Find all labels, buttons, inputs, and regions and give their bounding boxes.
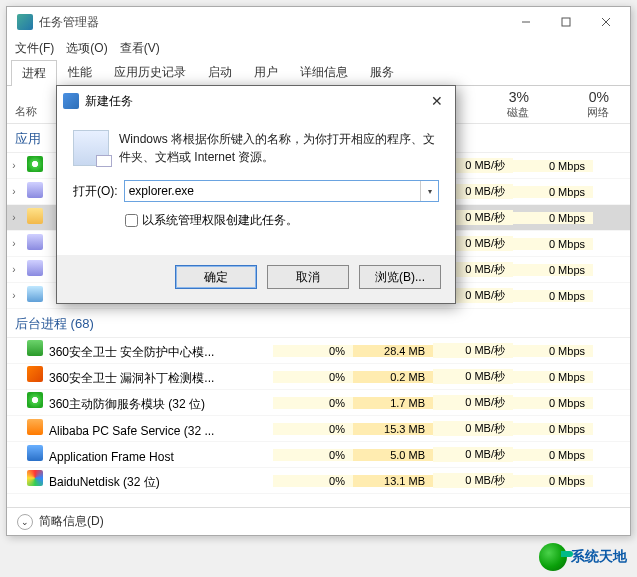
cancel-button[interactable]: 取消 — [267, 265, 349, 289]
process-name: Alibaba PC Safe Service (32 ... — [21, 419, 273, 438]
expand-icon[interactable]: › — [7, 186, 21, 197]
process-name: 360安全卫士 安全防护中心模... — [21, 340, 273, 361]
menu-options[interactable]: 选项(O) — [66, 40, 107, 57]
cell-cpu: 0% — [273, 475, 353, 487]
cell-disk: 0 MB/秒 — [433, 343, 513, 358]
process-icon — [27, 260, 43, 276]
ok-button[interactable]: 确定 — [175, 265, 257, 289]
background-rows: 360安全卫士 安全防护中心模...0%28.4 MB0 MB/秒0 Mbps3… — [7, 338, 630, 494]
cell-cpu: 0% — [273, 449, 353, 461]
process-icon — [27, 419, 43, 435]
watermark-text: 系统天地 — [571, 548, 627, 566]
process-icon — [27, 470, 43, 486]
titlebar[interactable]: 任务管理器 — [7, 7, 630, 37]
process-icon — [27, 366, 43, 382]
expand-icon[interactable]: › — [7, 212, 21, 223]
tab-startup[interactable]: 启动 — [197, 59, 243, 85]
process-icon — [27, 234, 43, 250]
menu-view[interactable]: 查看(V) — [120, 40, 160, 57]
run-icon — [63, 93, 79, 109]
cell-disk: 0 MB/秒 — [433, 421, 513, 436]
tab-processes[interactable]: 进程 — [11, 60, 57, 86]
tabs: 进程 性能 应用历史记录 启动 用户 详细信息 服务 — [7, 59, 630, 86]
tab-users[interactable]: 用户 — [243, 59, 289, 85]
process-icon — [27, 340, 43, 356]
cell-network: 0 Mbps — [513, 238, 593, 250]
open-label: 打开(O): — [73, 183, 118, 200]
svg-rect-0 — [562, 18, 570, 26]
close-button[interactable] — [586, 8, 626, 36]
cell-cpu: 0% — [273, 397, 353, 409]
chevron-down-icon[interactable]: ⌄ — [17, 514, 33, 530]
maximize-button[interactable] — [546, 8, 586, 36]
cell-network: 0 Mbps — [513, 160, 593, 172]
cell-memory: 1.7 MB — [353, 397, 433, 409]
admin-checkbox-label: 以系统管理权限创建此任务。 — [142, 212, 298, 229]
cell-network: 0 Mbps — [513, 186, 593, 198]
statusbar: ⌄ 简略信息(D) — [7, 507, 630, 535]
cell-disk: 0 MB/秒 — [433, 369, 513, 384]
window-title: 任务管理器 — [39, 14, 506, 31]
process-icon — [27, 156, 43, 172]
expand-icon[interactable]: › — [7, 290, 21, 301]
process-row[interactable]: BaiduNetdisk (32 位)0%13.1 MB0 MB/秒0 Mbps — [7, 468, 630, 494]
process-icon — [27, 286, 43, 302]
process-name: 360主动防御服务模块 (32 位) — [21, 392, 273, 413]
minimize-button[interactable] — [506, 8, 546, 36]
process-name: Application Frame Host — [21, 445, 273, 464]
process-icon — [27, 182, 43, 198]
admin-checkbox[interactable] — [125, 214, 138, 227]
dialog-description: Windows 将根据你所键入的名称，为你打开相应的程序、文件夹、文档或 Int… — [119, 130, 439, 166]
open-combobox[interactable]: ▾ — [124, 180, 439, 202]
dialog-close-button[interactable]: ✕ — [425, 93, 449, 109]
cell-memory: 13.1 MB — [353, 475, 433, 487]
chevron-down-icon[interactable]: ▾ — [420, 181, 438, 201]
menubar: 文件(F) 选项(O) 查看(V) — [7, 37, 630, 59]
process-icon — [27, 208, 43, 224]
process-row[interactable]: Application Frame Host0%5.0 MB0 MB/秒0 Mb… — [7, 442, 630, 468]
process-name: 360安全卫士 漏洞补丁检测模... — [21, 366, 273, 387]
process-row[interactable]: 360主动防御服务模块 (32 位)0%1.7 MB0 MB/秒0 Mbps — [7, 390, 630, 416]
cell-network: 0 Mbps — [513, 423, 593, 435]
app-icon — [17, 14, 33, 30]
tab-app-history[interactable]: 应用历史记录 — [103, 59, 197, 85]
process-row[interactable]: 360安全卫士 漏洞补丁检测模...0%0.2 MB0 MB/秒0 Mbps — [7, 364, 630, 390]
cell-network: 0 Mbps — [513, 290, 593, 302]
run-dialog-icon — [73, 130, 109, 166]
process-icon — [27, 445, 43, 461]
process-row[interactable]: 360安全卫士 安全防护中心模...0%28.4 MB0 MB/秒0 Mbps — [7, 338, 630, 364]
process-row[interactable]: Alibaba PC Safe Service (32 ...0%15.3 MB… — [7, 416, 630, 442]
cell-network: 0 Mbps — [513, 397, 593, 409]
cell-network: 0 Mbps — [513, 212, 593, 224]
cell-disk: 0 MB/秒 — [433, 395, 513, 410]
cell-network: 0 Mbps — [513, 264, 593, 276]
group-background: 后台进程 (68) — [7, 309, 630, 338]
col-disk[interactable]: 3% 磁盘 — [457, 86, 537, 123]
cell-memory: 0.2 MB — [353, 371, 433, 383]
dialog-title: 新建任务 — [85, 93, 425, 110]
tab-performance[interactable]: 性能 — [57, 59, 103, 85]
browse-button[interactable]: 浏览(B)... — [359, 265, 441, 289]
dialog-titlebar[interactable]: 新建任务 ✕ — [57, 86, 455, 116]
cell-cpu: 0% — [273, 423, 353, 435]
cell-disk: 0 MB/秒 — [433, 447, 513, 462]
tab-services[interactable]: 服务 — [359, 59, 405, 85]
watermark-logo: 系统天地 — [539, 543, 627, 571]
globe-icon — [539, 543, 567, 571]
menu-file[interactable]: 文件(F) — [15, 40, 54, 57]
new-task-dialog: 新建任务 ✕ Windows 将根据你所键入的名称，为你打开相应的程序、文件夹、… — [56, 85, 456, 304]
cell-disk: 0 MB/秒 — [433, 473, 513, 488]
cell-memory: 28.4 MB — [353, 345, 433, 357]
cell-network: 0 Mbps — [513, 371, 593, 383]
cell-network: 0 Mbps — [513, 475, 593, 487]
cell-network: 0 Mbps — [513, 345, 593, 357]
tab-details[interactable]: 详细信息 — [289, 59, 359, 85]
expand-icon[interactable]: › — [7, 160, 21, 171]
expand-icon[interactable]: › — [7, 264, 21, 275]
expand-icon[interactable]: › — [7, 238, 21, 249]
open-input[interactable] — [125, 181, 420, 201]
brief-info-link[interactable]: 简略信息(D) — [39, 513, 104, 530]
process-icon — [27, 392, 43, 408]
cell-memory: 15.3 MB — [353, 423, 433, 435]
col-network[interactable]: 0% 网络 — [537, 86, 617, 123]
